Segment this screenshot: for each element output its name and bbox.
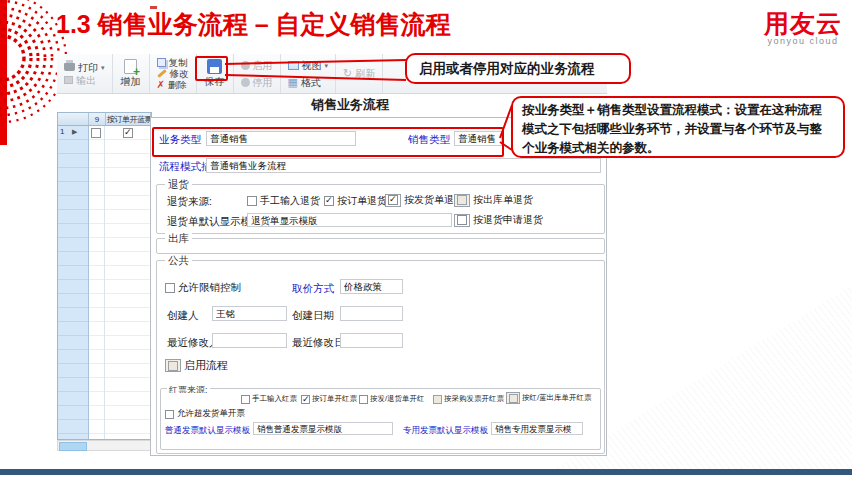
flow-detail-panel: 业务类型 普通销售 销售类型 普通销售 流程模式描述 普通销售业务流程 退货 退… (150, 117, 607, 456)
print-button[interactable]: 打印 ▾ (62, 61, 107, 74)
checkbox[interactable] (388, 195, 398, 205)
modify-button[interactable]: 修改 (155, 68, 191, 79)
returns-legend: 退货 (165, 178, 192, 190)
grid-col-blue-invoice[interactable]: 按订单开蓝票 ▾ (106, 113, 151, 125)
checkbox[interactable] (457, 195, 467, 205)
refresh-button[interactable]: ↻ 刷新 (341, 67, 377, 80)
slide-canvas: 1.3 销售业务流程 – 自定义销售流程 用友云 yonyou cloud 打印… (0, 0, 852, 478)
export-button[interactable]: 输出 (62, 74, 107, 87)
special-invoice-tpl-label[interactable]: 专用发票默认显示模板 (403, 425, 488, 437)
blue-invoice-checkbox[interactable] (123, 128, 133, 138)
common-legend: 公共 (165, 254, 192, 266)
cb-return-by-apply[interactable]: 按退货申请退货 (454, 213, 543, 227)
checkbox[interactable] (509, 394, 518, 403)
modify-date-input[interactable] (340, 333, 403, 348)
cb-return-by-outbound[interactable]: 按出库单退货 (454, 193, 533, 207)
bottom-bar (0, 469, 852, 475)
checkbox[interactable] (168, 361, 178, 371)
yonyou-logo: 用友云 yonyou cloud (764, 10, 842, 46)
grid-body[interactable]: 1 ▶ (57, 126, 152, 440)
create-date-input[interactable] (340, 306, 403, 321)
disable-icon (241, 78, 250, 87)
grid-hscrollbar[interactable] (57, 440, 152, 451)
disable-label: 停用 (253, 76, 273, 89)
grid-row-1[interactable]: 1 ▶ (58, 126, 151, 140)
enable-icon (241, 61, 250, 70)
checkbox[interactable] (433, 395, 442, 404)
format-grid-icon: ▦ (288, 77, 298, 87)
checkbox-frame (165, 359, 181, 372)
price-mode-input[interactable]: 价格政策 (340, 279, 403, 294)
cb-return-by-order[interactable]: 按订单退货 (324, 194, 387, 208)
checkbox[interactable] (247, 196, 257, 206)
return-tpl-input[interactable]: 退货单显示模版 (247, 213, 452, 227)
disable-button[interactable]: 停用 (239, 76, 275, 89)
modifier-input[interactable] (212, 333, 287, 348)
grid-header: 9 按订单开蓝票 ▾ (57, 112, 152, 126)
checkbox[interactable] (165, 283, 175, 293)
view-label: 视图 (302, 59, 322, 72)
copy-icon (157, 58, 166, 67)
callout-enable-note: 启用或者停用对应的业务流程 (405, 53, 631, 84)
row-select-checkbox[interactable] (91, 128, 101, 138)
desc-input[interactable]: 普通销售业务流程 (206, 158, 601, 173)
checkbox[interactable] (359, 395, 368, 404)
checkbox[interactable] (324, 196, 334, 206)
cb-enable-flow[interactable]: 启用流程 (165, 358, 228, 373)
checkbox[interactable] (301, 395, 310, 404)
copy-button[interactable]: 复制 (155, 57, 191, 68)
enable-button[interactable]: 启用 (239, 59, 275, 72)
red-invoice-source-label: 红票来源: (167, 385, 210, 393)
cb-red-by-purchase[interactable]: 按采购发票开红票 (433, 394, 504, 404)
scrollbar-thumb[interactable] (59, 442, 87, 451)
toolbar-group-add: 增加 (113, 54, 150, 93)
toolbar-group-enable: 启用 停用 (234, 54, 281, 93)
outbound-legend: 出库 (165, 232, 192, 244)
cb-label: 按订单退货 (337, 194, 387, 208)
refresh-icon: ↻ (343, 68, 352, 79)
modify-label: 修改 (170, 68, 189, 79)
cb-red-by-order[interactable]: 按订单开红票 (301, 394, 357, 404)
normal-invoice-tpl-input[interactable]: 销售普通发票显示模版 (253, 422, 393, 435)
delete-button[interactable]: ✗ 删除 (155, 79, 191, 90)
enable-button-highlight (195, 56, 228, 81)
cb-label: 手工输入红票 (252, 394, 297, 404)
grid-col-label: 按订单开蓝票 (107, 114, 151, 125)
add-page-icon (124, 59, 137, 74)
checkbox-frame (454, 194, 470, 207)
cb-over-delivery-invoice[interactable]: 允许超发货单开票 (165, 408, 245, 420)
cb-manual-red[interactable]: 手工输入红票 (241, 394, 297, 404)
checkbox-frame (506, 392, 520, 404)
cb-red-by-rb-outbound[interactable]: 按红/蓝出库单开红票 (506, 392, 592, 404)
chevron-down-icon: ▾ (325, 59, 329, 72)
normal-invoice-tpl-label[interactable]: 普通发票默认显示模板 (165, 425, 250, 437)
price-mode-label[interactable]: 取价方式 (292, 282, 334, 296)
grid-column-divider (104, 126, 105, 439)
delete-label: 删除 (168, 79, 187, 90)
cb-label: 按发/退货单开红 (370, 394, 425, 404)
logo-text: 用友云 (764, 10, 842, 36)
current-row-marker-icon: ▶ (72, 128, 77, 136)
cb-return-by-delivery[interactable]: 按发货单退货 (385, 193, 464, 207)
add-button[interactable]: 增加 (118, 59, 144, 89)
view-icon (288, 61, 299, 70)
checkbox[interactable] (457, 215, 467, 225)
grid-col-select[interactable]: 9 (89, 113, 106, 125)
cb-label: 按红/蓝出库单开红票 (522, 393, 592, 403)
creator-input[interactable]: 王铭 (212, 306, 287, 321)
cb-red-by-delivery-return[interactable]: 按发/退货单开红 (359, 394, 425, 404)
format-button[interactable]: ▦ 格式 (286, 76, 331, 89)
cb-limit-sale-control[interactable]: 允许限销控制 (165, 281, 241, 295)
view-button[interactable]: 视图 ▾ (286, 59, 331, 72)
checkbox[interactable] (165, 410, 174, 419)
return-source-label: 退货来源: (167, 195, 212, 209)
cb-label: 按退货申请退货 (473, 213, 543, 227)
special-invoice-tpl-input[interactable]: 销售专用发票显示模 (491, 422, 583, 435)
checkbox[interactable] (241, 395, 250, 404)
cb-label: 按出库单退货 (473, 193, 533, 207)
logo-subtext: yonyou cloud (764, 36, 842, 46)
grid-row-header-column (58, 126, 89, 439)
toolbar-group-print: 打印 ▾ 输出 (57, 54, 113, 93)
cb-manual-return[interactable]: 手工输入退货 (247, 194, 320, 208)
creator-label: 创建人 (167, 309, 199, 323)
